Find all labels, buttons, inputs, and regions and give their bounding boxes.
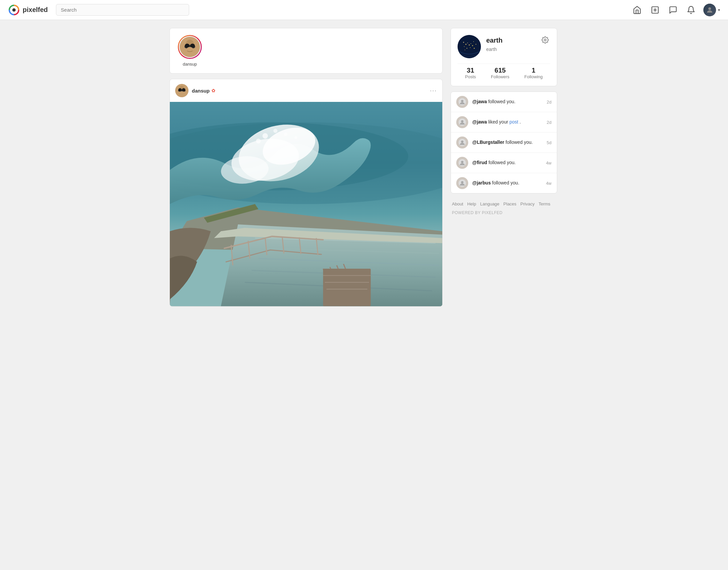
svg-point-71 xyxy=(461,140,463,143)
message-icon xyxy=(669,6,677,14)
notif-text-5: @jarbus followed you. xyxy=(472,180,542,187)
notif-time-4: 4w xyxy=(546,161,551,166)
right-column: earth earth 31 Posts xyxy=(451,28,557,307)
svg-point-54 xyxy=(469,45,470,46)
notif-item-4: @firud followed you. 4w xyxy=(451,153,557,173)
footer-link-language[interactable]: Language xyxy=(480,202,500,207)
profile-top: earth earth xyxy=(458,35,550,58)
post-avatar-image xyxy=(175,84,189,97)
followers-count: 615 xyxy=(491,67,510,74)
post-avatar[interactable] xyxy=(175,84,189,97)
stat-followers[interactable]: 615 Followers xyxy=(491,67,510,79)
notif-user-4[interactable]: @firud xyxy=(472,160,487,165)
post-ocean-scene xyxy=(170,102,442,306)
footer-link-places[interactable]: Places xyxy=(504,202,516,207)
left-column: dansup dansup xyxy=(170,28,443,307)
gear-icon xyxy=(541,36,549,44)
bell-icon xyxy=(687,6,695,14)
profile-earth-icon xyxy=(458,35,481,58)
posts-count: 31 xyxy=(465,67,476,74)
notif-user-icon-4 xyxy=(459,159,466,167)
footer-link-about[interactable]: About xyxy=(452,202,463,207)
nav-user-avatar[interactable] xyxy=(703,4,716,16)
plus-square-icon xyxy=(651,6,659,14)
story-item[interactable]: dansup xyxy=(178,35,202,67)
svg-point-29 xyxy=(284,132,287,136)
settings-button[interactable] xyxy=(540,35,550,46)
profile-name: earth xyxy=(486,37,503,44)
notif-time-2: 2d xyxy=(547,120,551,125)
notif-action-1: followed you. xyxy=(488,99,515,104)
post-more-button[interactable]: ··· xyxy=(430,87,437,94)
notif-text-4: @firud followed you. xyxy=(472,160,542,166)
footer-link-terms[interactable]: Terms xyxy=(538,202,550,207)
notif-avatar-4 xyxy=(456,157,468,169)
notif-avatar-1 xyxy=(456,96,468,108)
footer-link-privacy[interactable]: Privacy xyxy=(520,202,535,207)
search-input[interactable] xyxy=(56,4,189,16)
svg-point-55 xyxy=(471,43,471,44)
notif-time-3: 5d xyxy=(547,140,551,145)
svg-point-60 xyxy=(474,48,475,49)
profile-card: earth earth 31 Posts xyxy=(451,28,557,86)
profile-name-row: earth xyxy=(486,35,550,46)
stat-following[interactable]: 1 Following xyxy=(524,67,543,79)
notif-time-5: 4w xyxy=(546,181,551,186)
profile-avatar[interactable] xyxy=(458,35,481,58)
post-username[interactable]: dansup xyxy=(192,88,210,93)
post-header: dansup ✿ ··· xyxy=(170,79,442,102)
notif-action-5: followed you. xyxy=(492,180,519,186)
home-icon xyxy=(633,6,642,14)
notif-user-5[interactable]: @jarbus xyxy=(472,180,491,186)
footer: About Help Language Places Privacy Terms… xyxy=(451,199,557,216)
svg-point-30 xyxy=(256,138,261,143)
svg-point-10 xyxy=(190,44,195,48)
brand-name: pixelfed xyxy=(23,6,48,14)
navbar-actions: ▾ xyxy=(632,4,720,16)
svg-point-9 xyxy=(185,44,190,48)
verified-badge-icon: ✿ xyxy=(212,88,216,93)
notif-action-after-2: . xyxy=(519,119,521,124)
notif-item: @jawa followed you. 2d xyxy=(451,92,557,112)
svg-point-56 xyxy=(472,45,473,46)
svg-point-69 xyxy=(461,120,463,122)
notif-action-4: followed you. xyxy=(489,160,516,165)
svg-point-31 xyxy=(294,136,297,139)
notif-action-3: followed you. xyxy=(506,139,533,145)
story-username: dansup xyxy=(183,62,197,67)
notif-user-icon-3 xyxy=(459,139,466,146)
svg-point-64 xyxy=(463,42,464,43)
notif-user-2[interactable]: @jawa xyxy=(472,119,487,124)
svg-point-1 xyxy=(12,8,16,12)
following-count: 1 xyxy=(524,67,543,74)
notif-post-link[interactable]: post xyxy=(510,119,518,124)
home-button[interactable] xyxy=(632,4,643,16)
profile-info: earth earth xyxy=(486,35,550,52)
post-image xyxy=(170,102,442,306)
notif-text-2: @jawa liked your post . xyxy=(472,119,543,125)
create-post-button[interactable] xyxy=(650,4,661,16)
story-avatar-inner xyxy=(179,36,201,58)
notif-user-3[interactable]: @LBurgstaller xyxy=(472,139,504,145)
footer-powered-text: POWERED BY PIXELFED xyxy=(451,209,557,216)
followers-label: Followers xyxy=(491,74,510,79)
user-menu[interactable]: ▾ xyxy=(703,4,720,16)
notif-avatar-2 xyxy=(456,116,468,128)
notif-time-1: 2d xyxy=(547,99,551,104)
svg-point-28 xyxy=(273,129,277,133)
brand-logo-link[interactable]: pixelfed xyxy=(8,4,48,16)
profile-handle: earth xyxy=(486,47,550,52)
footer-link-help[interactable]: Help xyxy=(467,202,476,207)
notifications-button[interactable] xyxy=(685,4,697,16)
svg-point-62 xyxy=(476,44,476,45)
stat-posts[interactable]: 31 Posts xyxy=(465,67,476,79)
notif-avatar-5 xyxy=(456,177,468,189)
notif-user-icon-1 xyxy=(459,98,466,105)
posts-label: Posts xyxy=(465,74,476,79)
svg-point-53 xyxy=(467,43,468,43)
svg-point-5 xyxy=(708,7,711,10)
post-card: dansup ✿ ··· xyxy=(170,79,443,307)
messages-button[interactable] xyxy=(667,4,679,16)
post-user-info: dansup ✿ xyxy=(192,88,216,93)
notif-user-1[interactable]: @jawa xyxy=(472,99,487,104)
